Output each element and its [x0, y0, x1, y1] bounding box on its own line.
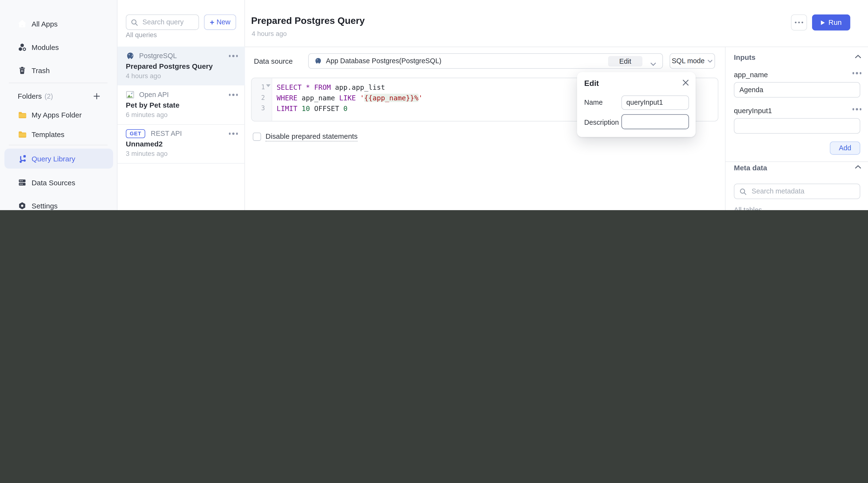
sidebar-item-label: Trash	[32, 66, 50, 74]
list-divider	[117, 163, 245, 163]
query-search-box	[126, 14, 199, 30]
sidebar-folder-templates[interactable]: Templates	[0, 126, 117, 143]
sidebar-item-label: Settings	[32, 202, 58, 210]
image-placeholder-icon	[126, 90, 135, 99]
sidebar-item-all-apps[interactable]: All Apps	[0, 16, 117, 32]
plus-icon: +	[210, 18, 214, 26]
collapse-metadata-icon[interactable]	[855, 165, 862, 169]
query-source-label: REST API	[151, 130, 182, 138]
plus-icon	[93, 92, 100, 100]
query-menu-icon[interactable]	[228, 92, 238, 97]
http-method-badge: GET	[126, 129, 145, 138]
more-options-button[interactable]	[791, 14, 807, 31]
query-timestamp: 4 hours ago	[126, 72, 161, 80]
editor-gutter: 1 2 3	[252, 78, 272, 121]
modules-icon	[17, 42, 27, 52]
param-value-input[interactable]	[734, 82, 860, 97]
home-icon	[17, 19, 27, 29]
code-fold-icon[interactable]	[266, 84, 270, 87]
param-menu-icon[interactable]	[852, 70, 862, 76]
inputs-section-title: Inputs	[734, 53, 756, 62]
sidebar-folder-my-apps[interactable]: My Apps Folder	[0, 107, 117, 123]
folders-count: (2)	[44, 92, 53, 100]
metadata-search-box	[734, 184, 860, 199]
sidebar-item-modules[interactable]: Modules	[0, 39, 117, 56]
sql-mode-select[interactable]: SQL mode	[670, 53, 715, 69]
new-query-label: New	[217, 18, 230, 26]
kebab-icon	[795, 20, 803, 25]
datasource-select[interactable]: App Database Postgres(PostgreSQL) Edit	[308, 53, 663, 69]
name-field[interactable]	[621, 95, 689, 110]
sidebar-item-data-sources[interactable]: Data Sources	[0, 174, 117, 191]
chevron-down-icon	[650, 59, 656, 69]
name-label: Name	[584, 99, 603, 107]
query-timestamp: 6 minutes ago	[126, 111, 167, 119]
description-field[interactable]	[621, 114, 689, 129]
query-list-item[interactable]: Open API Pet by Pet state 6 minutes ago	[117, 85, 245, 124]
description-label: Description	[584, 119, 619, 126]
metadata-section-title: Meta data	[734, 163, 767, 172]
add-folder-button[interactable]	[92, 91, 101, 100]
query-list-panel: + New All queries PostgreSQL Prepared Po…	[117, 0, 245, 210]
chevron-down-icon	[707, 59, 713, 63]
query-search-input[interactable]	[141, 18, 193, 27]
query-list-item[interactable]: GET REST API Unnamed2 3 minutes ago	[117, 124, 245, 163]
query-name: Pet by Pet state	[126, 101, 180, 109]
disable-prepared-statements-checkbox[interactable]	[253, 132, 261, 141]
query-section-label: All queries	[126, 31, 157, 39]
sidebar-item-label: Modules	[32, 43, 59, 51]
new-query-button[interactable]: + New	[204, 14, 236, 30]
app-window: All Apps Modules Trash Folders (2)	[0, 0, 868, 210]
query-library-icon	[17, 154, 27, 163]
datasource-edit-button[interactable]: Edit	[608, 56, 643, 67]
checkbox-label: Disable prepared statements	[266, 132, 358, 141]
param-name: app_name	[734, 70, 768, 79]
close-icon[interactable]	[682, 79, 689, 86]
query-source-label: Open API	[139, 91, 169, 99]
sidebar-item-label: Data Sources	[32, 178, 75, 186]
section-divider	[725, 161, 868, 162]
datasource-label: Data source	[254, 57, 293, 65]
param-value-input[interactable]	[734, 118, 860, 134]
collapse-inputs-icon[interactable]	[855, 54, 862, 59]
query-menu-icon[interactable]	[228, 53, 238, 59]
all-tables-label: All tables	[734, 206, 762, 210]
datasource-value: App Database Postgres(PostgreSQL)	[326, 57, 441, 65]
postgresql-icon	[314, 57, 322, 65]
line-number: 1	[261, 83, 265, 91]
page-title: Prepared Postgres Query	[251, 16, 365, 27]
folder-label: My Apps Folder	[32, 111, 82, 119]
sidebar-item-trash[interactable]: Trash	[0, 62, 117, 79]
query-list-item[interactable]: PostgreSQL Prepared Postgres Query 4 hou…	[117, 47, 245, 85]
sidebar-item-label: All Apps	[32, 20, 58, 28]
folder-icon	[17, 129, 27, 139]
metadata-search-input[interactable]	[751, 187, 847, 196]
data-sources-icon	[17, 178, 27, 187]
line-number: 2	[261, 94, 265, 101]
search-icon	[131, 19, 138, 26]
sql-mode-value: SQL mode	[672, 57, 705, 65]
page-timestamp: 4 hours ago	[252, 30, 287, 38]
query-menu-icon[interactable]	[228, 131, 238, 136]
query-name: Unnamed2	[126, 140, 163, 148]
right-panel: Inputs app_name queryInput1 Add Meta dat…	[725, 47, 868, 210]
postgresql-icon	[126, 52, 135, 61]
folders-label: Folders	[18, 92, 42, 100]
sidebar-divider	[9, 83, 107, 83]
param-menu-icon[interactable]	[852, 107, 862, 112]
run-button[interactable]: Run	[812, 14, 850, 31]
folders-header: Folders (2)	[18, 92, 109, 100]
add-input-button[interactable]: Add	[830, 141, 860, 155]
sidebar-item-query-library[interactable]: Query Library	[4, 149, 113, 169]
param-name: queryInput1	[734, 107, 772, 115]
sidebar-item-settings[interactable]: Settings	[0, 198, 117, 210]
play-icon	[821, 20, 825, 25]
folder-icon	[17, 110, 27, 120]
settings-icon	[17, 201, 27, 210]
sidebar-item-label: Query Library	[32, 154, 75, 162]
sidebar-divider	[9, 145, 107, 145]
sidebar: All Apps Modules Trash Folders (2)	[0, 0, 117, 210]
folder-label: Templates	[32, 130, 64, 138]
search-icon	[740, 188, 747, 195]
query-timestamp: 3 minutes ago	[126, 150, 167, 157]
